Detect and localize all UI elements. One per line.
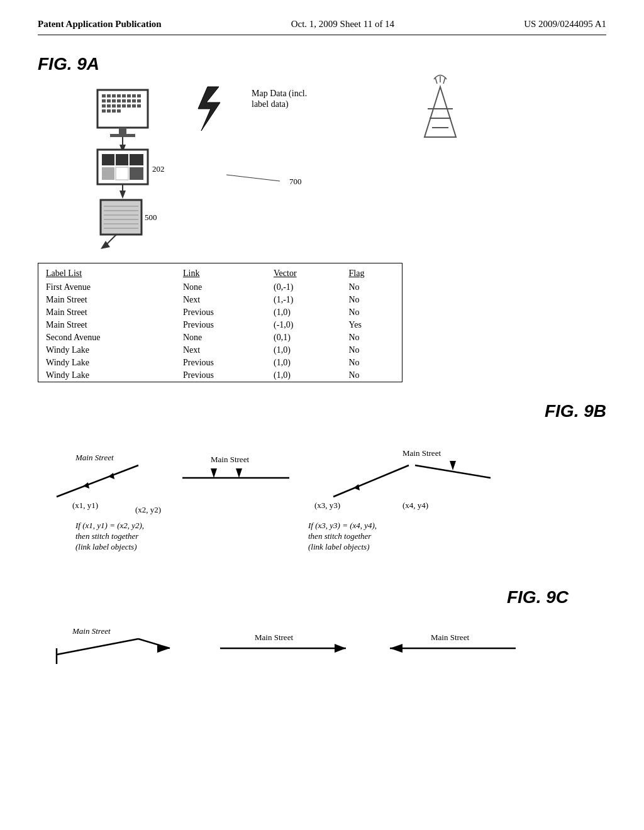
table-cell: No xyxy=(341,281,402,294)
svg-rect-28 xyxy=(117,109,121,113)
svg-line-36 xyxy=(435,77,437,84)
table-cell: Next xyxy=(175,344,266,357)
table-cell: No xyxy=(341,294,402,306)
svg-line-59 xyxy=(226,175,280,181)
svg-line-38 xyxy=(443,77,445,84)
table-cell: Next xyxy=(175,294,266,306)
svg-rect-20 xyxy=(117,104,121,108)
svg-rect-42 xyxy=(102,154,114,165)
svg-marker-67 xyxy=(353,484,360,490)
table-cell: Yes xyxy=(341,319,402,331)
svg-rect-16 xyxy=(137,99,141,102)
svg-line-66 xyxy=(333,465,409,497)
table-row: Main StreetNext(1,-1)No xyxy=(38,294,402,306)
fig9a-label: FIG. 9A xyxy=(38,54,606,74)
fig9b-caption-right-3: (link label objects) xyxy=(308,542,369,551)
svg-rect-22 xyxy=(127,104,131,108)
svg-marker-31 xyxy=(198,87,220,131)
svg-rect-15 xyxy=(132,99,136,102)
label-list-table: Label List Link Vector Flag First Avenue… xyxy=(38,263,402,382)
svg-rect-50 xyxy=(101,200,142,235)
svg-marker-32 xyxy=(425,87,456,137)
table-row: Second AvenueNone(0,1)No xyxy=(38,331,402,344)
svg-rect-12 xyxy=(117,99,121,102)
header-patent-number: US 2009/0244095 A1 xyxy=(524,19,606,30)
table-cell: (0,1) xyxy=(266,331,341,344)
label-500: 500 xyxy=(145,213,157,222)
fig9b-p3: (x3, y3) xyxy=(314,501,340,510)
diagram-9b-svg: Main Street Main Street Main Street (x1,… xyxy=(38,428,604,560)
fig9b-caption-left-1: If (x1, y1) = (x2, y2), xyxy=(75,521,144,530)
svg-rect-19 xyxy=(112,104,116,108)
table-cell: (1,0) xyxy=(266,344,341,357)
svg-rect-27 xyxy=(112,109,116,113)
table-cell: Previous xyxy=(175,319,266,331)
svg-rect-21 xyxy=(122,104,126,108)
section-fig9c: FIG. 9C Main Street Main Street Main Str… xyxy=(38,587,606,692)
svg-rect-23 xyxy=(132,104,136,108)
map-data-label2-text: label data) xyxy=(252,99,289,109)
data-table-container: Label List Link Vector Flag First Avenue… xyxy=(38,263,402,382)
col-header-label-list: Label List xyxy=(38,263,175,281)
svg-line-72 xyxy=(138,639,170,648)
fig9b-left-label: Main Street xyxy=(75,453,114,462)
svg-rect-6 xyxy=(127,94,131,97)
col-header-link: Link xyxy=(175,263,266,281)
table-row: First AvenueNone(0,-1)No xyxy=(38,281,402,294)
svg-rect-10 xyxy=(107,99,111,102)
fig9c-left-label: Main Street xyxy=(72,626,111,636)
table-cell: Windy Lake xyxy=(38,357,175,369)
table-cell: No xyxy=(341,369,402,382)
svg-marker-61 xyxy=(83,482,89,489)
table-row: Windy LakePrevious(1,0)No xyxy=(38,369,402,382)
fig9b-p2: (x2, y2) xyxy=(135,505,161,514)
table-cell: Previous xyxy=(175,306,266,319)
svg-rect-4 xyxy=(117,94,121,97)
col-header-flag: Flag xyxy=(341,263,402,281)
table-cell: No xyxy=(341,344,402,357)
svg-rect-1 xyxy=(102,94,106,97)
header-date-sheet: Oct. 1, 2009 Sheet 11 of 14 xyxy=(291,19,394,30)
page-header: Patent Application Publication Oct. 1, 2… xyxy=(38,19,606,35)
table-cell: (-1,0) xyxy=(266,319,341,331)
table-cell: (1,0) xyxy=(266,369,341,382)
table-row: Main StreetPrevious(-1,0)Yes xyxy=(38,319,402,331)
svg-rect-14 xyxy=(127,99,131,102)
svg-rect-7 xyxy=(132,94,136,97)
fig9c-label-text: FIG. 9C xyxy=(507,587,569,607)
svg-rect-30 xyxy=(110,134,135,137)
svg-rect-3 xyxy=(112,94,116,97)
fig9b-caption-left-2: then stitch together xyxy=(75,531,139,541)
table-cell: Previous xyxy=(175,357,266,369)
table-cell: (0,-1) xyxy=(266,281,341,294)
section-fig9a: FIG. 9A Map Data (in xyxy=(38,54,606,382)
table-cell: Main Street xyxy=(38,294,175,306)
svg-rect-9 xyxy=(102,99,106,102)
svg-rect-5 xyxy=(122,94,126,97)
table-cell: Windy Lake xyxy=(38,369,175,382)
fig9b-p1: (x1, y1) xyxy=(72,501,98,510)
diagram-9c-svg: Main Street Main Street Main Street xyxy=(38,614,604,689)
table-cell: Main Street xyxy=(38,306,175,319)
fig9b-caption-right-1: If (x3, y3) = (x4, y4), xyxy=(308,521,377,530)
svg-line-70 xyxy=(57,639,138,655)
svg-rect-11 xyxy=(112,99,116,102)
svg-rect-8 xyxy=(137,94,141,97)
svg-rect-18 xyxy=(107,104,111,108)
fig9b-caption-left-3: (link label objects) xyxy=(75,542,136,551)
svg-rect-17 xyxy=(102,104,106,108)
map-data-label-text: Map Data (incl. xyxy=(252,89,307,99)
fig9c-center-label: Main Street xyxy=(255,633,293,642)
svg-marker-69 xyxy=(450,461,456,470)
table-cell: Windy Lake xyxy=(38,344,175,357)
svg-marker-64 xyxy=(211,468,217,478)
table-cell: (1,0) xyxy=(266,357,341,369)
svg-rect-47 xyxy=(130,167,143,180)
table-cell: (1,-1) xyxy=(266,294,341,306)
table-cell: First Avenue xyxy=(38,281,175,294)
svg-rect-13 xyxy=(122,99,126,102)
fig9b-right-label: Main Street xyxy=(402,448,441,458)
table-cell: None xyxy=(175,281,266,294)
table-row: Windy LakePrevious(1,0)No xyxy=(38,357,402,369)
fig9b-label-text: FIG. 9B xyxy=(545,401,606,421)
